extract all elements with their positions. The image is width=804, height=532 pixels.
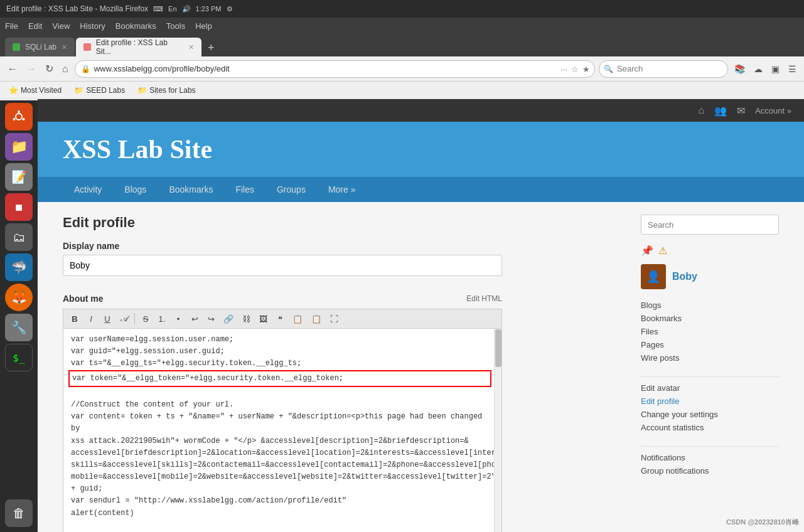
toolbar-ordered-list[interactable]: 1. [154,312,169,326]
home-button[interactable]: ⌂ [60,61,71,77]
bookmark-seed-labs[interactable]: 📁 SEED Labs [70,85,129,96]
bookmark-add-icon[interactable]: ★ [582,64,590,73]
avatar-placeholder: 👤 [646,270,660,284]
url-input[interactable] [75,60,595,78]
editor-scrollbar-thumb[interactable] [495,329,501,367]
tab-xss[interactable]: Edit profile : XSS Lab Sit... ✕ [76,38,201,56]
reload-button[interactable]: ↻ [43,60,56,77]
settings-icon[interactable]: ⚙ [227,5,233,13]
pin-icon[interactable]: 📌 [641,245,653,257]
sync-icon[interactable]: ☁ [751,61,765,77]
toolbar-bold[interactable]: B [67,312,82,326]
tab-sqli[interactable]: SQLi Lab ✕ [5,38,75,56]
new-tab-button[interactable]: + [203,39,220,56]
sidebar-notifications[interactable]: Notifications [641,452,779,464]
nav-files[interactable]: Files [224,177,265,202]
menu-bookmarks[interactable]: Bookmarks [115,21,156,31]
home-site-icon[interactable]: ⌂ [699,105,705,116]
toolbar-image[interactable]: 🖼 [255,312,271,326]
library-icon[interactable]: 📚 [732,61,748,77]
bookmark-star-icon[interactable]: ☆ [571,64,579,73]
tab-xss-favicon [83,43,91,51]
toolbar-underline[interactable]: U [100,312,115,326]
search-input[interactable] [599,60,728,78]
alert-icon[interactable]: ⚠ [658,245,667,257]
page-title: Edit profile [63,215,628,231]
menu-file[interactable]: File [5,21,18,31]
toolbar-quote[interactable]: ❝ [272,312,287,326]
sidebar-right: 📌 ⚠ 👤 Boby Blogs Bookmarks Files Pages W… [641,215,779,532]
wrench-icon[interactable]: 🔧 [5,314,33,341]
toolbar-italic[interactable]: I [83,312,99,326]
sidebar-edit-avatar[interactable]: Edit avatar [641,382,779,394]
toolbar-paste2[interactable]: 📋 [308,312,325,326]
sidebar-account-stats[interactable]: Account statistics [641,422,779,434]
user-avatar[interactable]: 👤 [641,264,666,289]
mail-site-icon[interactable]: ✉ [737,105,745,117]
sidebar-group-notifications[interactable]: Group notifications [641,465,779,477]
keyboard-icon: ⌨ [153,5,163,13]
files2-icon[interactable]: 🗂 [5,223,33,251]
edit-html-link[interactable]: Edit HTML [466,294,502,303]
users-site-icon[interactable]: 👥 [714,105,727,117]
trash-icon[interactable]: 🗑 [5,499,33,527]
sidebar-toggle[interactable]: ▣ [769,61,782,77]
forward-button[interactable]: → [24,61,39,77]
user-name[interactable]: Boby [672,271,697,282]
firefox-icon[interactable]: 🦊 [5,284,33,311]
red-app-icon[interactable]: ■ [5,193,33,221]
toolbar-font[interactable]: 𝒜 [116,312,131,326]
sidebar-change-settings[interactable]: Change your settings [641,408,779,420]
text-editor-icon[interactable]: 📝 [5,163,33,191]
sidebar-link-blogs[interactable]: Blogs [641,299,779,311]
editor-content[interactable]: var userName=elgg.session.user.name; var… [63,328,502,532]
toolbar-paste1[interactable]: 📋 [289,312,306,326]
url-menu-icon[interactable]: ··· [560,64,567,73]
menu-icon[interactable]: ☰ [786,61,799,77]
toolbar-redo[interactable]: ↪ [203,312,218,326]
back-button[interactable]: ← [5,61,20,77]
sidebar-link-bookmarks[interactable]: Bookmarks [641,312,779,324]
nav-groups[interactable]: Groups [265,177,317,202]
sidebar-edit-profile[interactable]: Edit profile [641,395,779,407]
bookmark-sites-for-labs-label: Sites for Labs [149,86,195,95]
editor-toolbar: B I U 𝒜 S 1. • ↩ ↪ 🔗 ⛓ 🖼 ❝ 📋 📋 ⛶ [63,309,502,328]
toolbar-undo[interactable]: ↩ [187,312,202,326]
search-widget [641,215,779,235]
tab-sqli-close[interactable]: ✕ [62,43,67,51]
editor-scrollbar[interactable] [494,329,501,532]
sidebar-link-files[interactable]: Files [641,326,779,338]
content-area: Edit profile Display name About me Edit … [63,215,628,532]
toolbar-unordered-list[interactable]: • [171,312,186,326]
display-name-input[interactable] [63,255,502,276]
toolbar-fullscreen[interactable]: ⛶ [326,312,342,326]
account-link[interactable]: Account » [755,106,791,115]
sidebar-search-input[interactable] [641,215,779,235]
files-icon[interactable]: 📁 [5,133,33,161]
tab-xss-close[interactable]: ✕ [188,43,194,51]
about-me-label: About me [63,294,104,304]
menu-help[interactable]: Help [195,21,212,31]
bookmark-most-visited[interactable]: ⭐ Most Visited [5,85,65,96]
os-sidebar: 📁 📝 ■ 🗂 🦈 🦊 🔧 $_ 🗑 [0,100,38,532]
menu-edit[interactable]: Edit [28,21,42,31]
terminal-icon[interactable]: $_ [5,344,33,371]
lang-indicator: En [168,5,176,13]
toolbar-unlink[interactable]: ⛓ [239,312,254,326]
menu-history[interactable]: History [80,21,105,31]
nav-bookmarks[interactable]: Bookmarks [158,177,224,202]
nav-more[interactable]: More » [317,177,367,202]
menu-tools[interactable]: Tools [166,21,185,31]
toolbar-strikethrough[interactable]: S [138,312,153,326]
nav-blogs[interactable]: Blogs [113,177,158,202]
sidebar-divider-1 [641,376,779,377]
bookmark-sites-for-labs[interactable]: 📁 Sites for Labs [134,85,199,96]
nav-activity[interactable]: Activity [63,177,113,202]
toolbar-link[interactable]: 🔗 [220,312,237,326]
sidebar-link-wire-posts[interactable]: Wire posts [641,352,779,364]
volume-icon: 🔊 [182,5,191,13]
wireshark-icon[interactable]: 🦈 [5,253,33,281]
menu-view[interactable]: View [52,21,70,31]
sidebar-link-pages[interactable]: Pages [641,339,779,351]
ubuntu-icon[interactable] [5,103,33,130]
